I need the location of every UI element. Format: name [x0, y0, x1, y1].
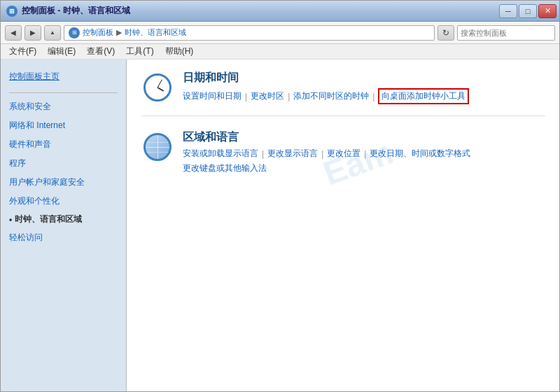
- up-button[interactable]: ▲: [44, 25, 61, 41]
- clock-min-hand: [158, 79, 162, 88]
- section-datetime: 日期和时间 设置时间和日期 | 更改时区 | 添加不同时区的时钟 | 向桌面添加…: [141, 71, 545, 116]
- link-change-display-lang[interactable]: 更改显示语言: [267, 148, 318, 160]
- clock-hour-hand: [158, 87, 164, 92]
- address-field: ⊞ 控制面板 ▶ 时钟、语言和区域: [64, 25, 435, 41]
- back-button[interactable]: ◀: [5, 25, 22, 41]
- section-datetime-links: 设置时间和日期 | 更改时区 | 添加不同时区的时钟 | 向桌面添加时钟小工具: [183, 88, 545, 104]
- link-set-time[interactable]: 设置时间和日期: [183, 90, 241, 102]
- menu-help[interactable]: 帮助(H): [160, 44, 200, 59]
- sep5: |: [321, 149, 323, 159]
- menu-file[interactable]: 文件(F): [4, 44, 42, 59]
- sidebar-item-programs[interactable]: 程序: [1, 154, 126, 173]
- sep3: |: [372, 92, 374, 102]
- search-box: 🔍: [457, 25, 555, 41]
- window-icon: ⊞: [6, 6, 18, 17]
- section-datetime-title: 日期和时间: [183, 71, 545, 85]
- sep4: |: [262, 149, 264, 159]
- sep6: |: [364, 149, 366, 159]
- address-bar: ◀ ▶ ▲ ⊞ 控制面板 ▶ 时钟、语言和区域 ↻ 🔍: [1, 22, 559, 44]
- main-window: ⊞ 控制面板 - 时钟、语言和区域 ─ □ ✕ ◀ ▶ ▲ ⊞ 控制面板 ▶ 时…: [0, 0, 560, 392]
- sep2: |: [288, 92, 290, 102]
- menu-edit[interactable]: 编辑(E): [42, 44, 81, 59]
- sidebar-item-clock-lang[interactable]: 时钟、语言和区域: [1, 211, 126, 228]
- title-bar: ⊞ 控制面板 - 时钟、语言和区域 ─ □ ✕: [1, 1, 559, 22]
- sidebar-item-hardware[interactable]: 硬件和声音: [1, 135, 126, 154]
- sidebar-item-network[interactable]: 网络和 Internet: [1, 116, 126, 135]
- section-region-title: 区域和语言: [183, 130, 545, 145]
- section-datetime-icon: [141, 71, 174, 104]
- address-sep-1: ▶: [116, 28, 122, 37]
- link-install-language[interactable]: 安装或卸载显示语言: [183, 148, 258, 160]
- section-region-icon: [141, 130, 174, 164]
- link-add-clock-tool[interactable]: 向桌面添加时钟小工具: [378, 88, 469, 104]
- section-region-links: 安装或卸载显示语言 | 更改显示语言 | 更改位置 | 更改日期、时间或数字格式: [183, 148, 545, 160]
- sidebar-item-appearance[interactable]: 外观和个性化: [1, 192, 126, 211]
- window-title: 控制面板 - 时钟、语言和区域: [22, 5, 130, 17]
- link-change-keyboard[interactable]: 更改键盘或其他输入法: [183, 162, 267, 174]
- sidebar-item-clock-lang-label: 时钟、语言和区域: [15, 214, 82, 225]
- address-current[interactable]: 时钟、语言和区域: [125, 27, 186, 38]
- content-area: Eam 日期和时间 设置时间和日期 | 更改时区 | 添加: [127, 59, 559, 391]
- address-root[interactable]: 控制面板: [83, 27, 113, 38]
- title-bar-buttons: ─ □ ✕: [499, 4, 556, 18]
- section-region-sub-links: 更改键盘或其他输入法: [183, 162, 545, 174]
- sidebar: 控制面板主页 系统和安全 网络和 Internet 硬件和声音 程序 用户帐户和…: [1, 59, 127, 391]
- sidebar-divider-top: [9, 92, 118, 93]
- globe-icon: [144, 133, 172, 161]
- sep1: |: [245, 92, 247, 102]
- close-button[interactable]: ✕: [538, 4, 556, 18]
- section-region-body: 区域和语言 安装或卸载显示语言 | 更改显示语言 | 更改位置 | 更改日期、时…: [183, 130, 545, 174]
- title-bar-left: ⊞ 控制面板 - 时钟、语言和区域: [6, 5, 130, 17]
- link-add-clock[interactable]: 添加不同时区的时钟: [293, 90, 369, 102]
- address-path: 控制面板 ▶ 时钟、语言和区域: [83, 27, 186, 38]
- section-datetime-body: 日期和时间 设置时间和日期 | 更改时区 | 添加不同时区的时钟 | 向桌面添加…: [183, 71, 545, 104]
- main-content: 控制面板主页 系统和安全 网络和 Internet 硬件和声音 程序 用户帐户和…: [1, 59, 559, 391]
- restore-button[interactable]: □: [519, 4, 537, 18]
- link-change-date-format[interactable]: 更改日期、时间或数字格式: [370, 148, 470, 160]
- folder-icon: ⊞: [69, 27, 80, 38]
- minimize-button[interactable]: ─: [499, 4, 517, 18]
- refresh-button[interactable]: ↻: [438, 25, 454, 41]
- clock-icon: [144, 74, 172, 102]
- link-change-timezone[interactable]: 更改时区: [251, 90, 284, 102]
- menu-view[interactable]: 查看(V): [81, 44, 120, 59]
- menu-tools[interactable]: 工具(T): [120, 44, 159, 59]
- sidebar-item-system[interactable]: 系统和安全: [1, 97, 126, 116]
- menu-bar: 文件(F) 编辑(E) 查看(V) 工具(T) 帮助(H): [1, 44, 559, 59]
- link-change-location[interactable]: 更改位置: [327, 148, 360, 160]
- section-region-lang: 区域和语言 安装或卸载显示语言 | 更改显示语言 | 更改位置 | 更改日期、时…: [141, 130, 545, 186]
- search-input[interactable]: [461, 29, 557, 37]
- forward-button[interactable]: ▶: [24, 25, 41, 41]
- sidebar-item-accessibility[interactable]: 轻松访问: [1, 228, 126, 247]
- sidebar-main-link[interactable]: 控制面板主页: [1, 66, 126, 87]
- sidebar-item-user-accounts[interactable]: 用户帐户和家庭安全: [1, 173, 126, 192]
